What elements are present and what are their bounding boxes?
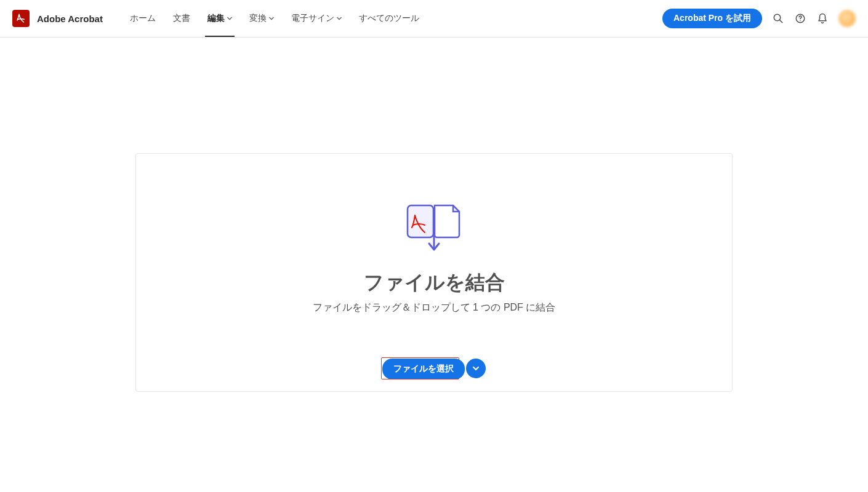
dropzone-title: ファイルを結合 — [364, 269, 505, 296]
select-files-button[interactable]: ファイルを選択 — [382, 359, 465, 379]
dropzone-subtitle: ファイルをドラッグ＆ドロップして 1 つの PDF に結合 — [313, 301, 556, 314]
nav-all-tools[interactable]: すべてのツール — [352, 0, 427, 37]
app-header: Adobe Acrobat ホーム 文書 編集 変換 電子サイン すべてのツール… — [0, 0, 868, 38]
brand-name: Adobe Acrobat — [37, 14, 103, 24]
chevron-down-icon — [227, 16, 232, 21]
try-pro-button[interactable]: Acrobat Pro を試用 — [662, 9, 762, 28]
nav-edit[interactable]: 編集 — [200, 0, 239, 37]
chevron-down-icon — [269, 16, 274, 21]
svg-point-3 — [800, 20, 801, 22]
nav-label: 電子サイン — [291, 13, 334, 24]
acrobat-logo-icon — [12, 10, 30, 27]
avatar[interactable] — [838, 10, 856, 27]
merge-files-icon — [406, 204, 462, 255]
nav-home[interactable]: ホーム — [123, 0, 163, 37]
search-icon[interactable] — [772, 12, 784, 25]
svg-rect-4 — [408, 205, 433, 237]
select-files-dropdown-button[interactable] — [466, 359, 486, 378]
brand[interactable]: Adobe Acrobat — [12, 10, 103, 27]
combine-files-dropzone[interactable]: ファイルを結合 ファイルをドラッグ＆ドロップして 1 つの PDF に結合 ファ… — [135, 153, 733, 392]
svg-line-1 — [779, 20, 782, 23]
nav-esign[interactable]: 電子サイン — [284, 0, 349, 37]
chevron-down-icon — [337, 16, 342, 21]
nav-label: 編集 — [207, 13, 225, 24]
nav-label: 変換 — [249, 13, 267, 24]
nav-label: 文書 — [173, 13, 190, 24]
help-icon[interactable] — [794, 12, 806, 25]
header-right: Acrobat Pro を試用 — [662, 9, 856, 28]
main-content: ファイルを結合 ファイルをドラッグ＆ドロップして 1 つの PDF に結合 ファ… — [0, 38, 868, 392]
notifications-icon[interactable] — [816, 12, 829, 25]
nav-label: ホーム — [130, 13, 156, 24]
nav-convert[interactable]: 変換 — [242, 0, 281, 37]
nav-label: すべてのツール — [359, 13, 419, 24]
chevron-down-icon — [473, 365, 479, 371]
main-nav: ホーム 文書 編集 変換 電子サイン すべてのツール — [123, 0, 427, 37]
nav-documents[interactable]: 文書 — [166, 0, 198, 37]
file-select-group: ファイルを選択 — [382, 359, 486, 379]
